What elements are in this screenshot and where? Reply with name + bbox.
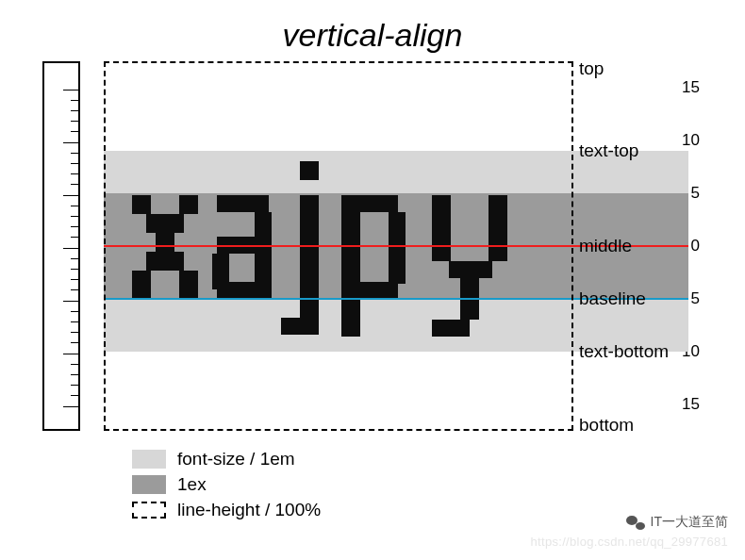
- watermark-text: IT一大道至简: [651, 514, 728, 531]
- label-text-bottom: text-bottom: [579, 341, 669, 362]
- line-height-box: [104, 61, 573, 431]
- legend-row-ex: 1ex: [132, 473, 321, 496]
- ruler-label: 5: [691, 184, 700, 203]
- label-bottom: bottom: [579, 415, 634, 436]
- legend-row-lh: line-height / 100%: [132, 499, 321, 521]
- legend-label: font-size / 1em: [177, 449, 295, 469]
- source-url-watermark: https://blog.csdn.net/qq_29977681: [531, 535, 728, 549]
- legend: font-size / 1em 1ex line-height / 100%: [132, 448, 321, 524]
- vertical-ruler: [42, 61, 80, 431]
- swatch-dark-grey: [132, 475, 166, 494]
- swatch-dashed: [132, 502, 166, 519]
- vertical-align-diagram: top text-top middle baseline text-bottom…: [104, 61, 688, 431]
- label-baseline: baseline: [579, 288, 646, 309]
- legend-row-em: font-size / 1em: [132, 448, 321, 470]
- label-text-top: text-top: [579, 140, 638, 161]
- label-top: top: [579, 58, 604, 79]
- ruler-label: 5: [691, 289, 700, 308]
- diagram-title: vertical-align: [0, 17, 745, 54]
- legend-label: 1ex: [177, 474, 207, 495]
- swatch-light-grey: [132, 450, 166, 469]
- wechat-icon: [626, 515, 645, 531]
- watermark: IT一大道至简: [626, 514, 728, 531]
- ruler-label: 0: [691, 237, 700, 255]
- label-middle: middle: [579, 236, 632, 256]
- legend-label: line-height / 100%: [177, 500, 321, 520]
